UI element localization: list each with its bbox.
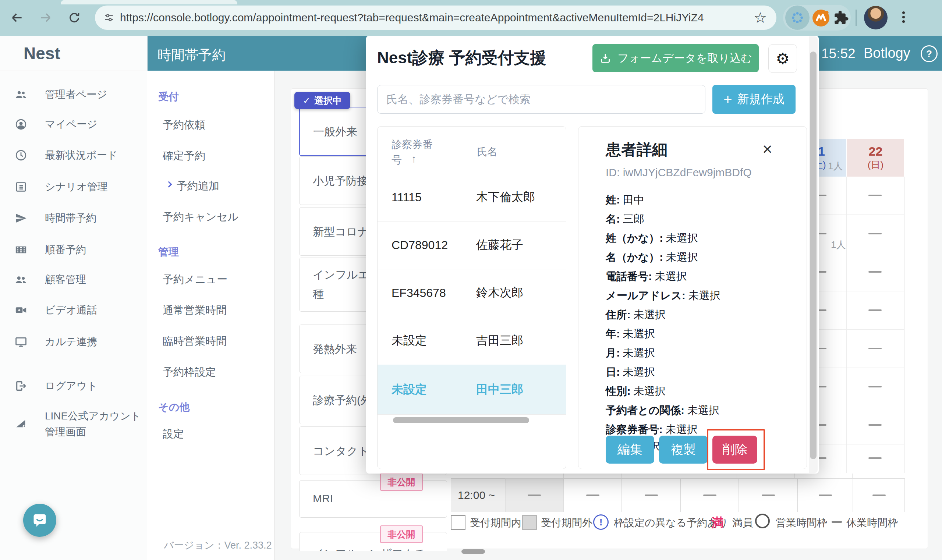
send-icon [15, 212, 27, 225]
sidebar-item-line-admin[interactable]: LINE公式アカウント 管理画面 [0, 405, 147, 442]
legend-closed-label: 休業時間枠 [846, 516, 898, 530]
private-badge: 非公開 [380, 473, 423, 491]
details-title: 患者詳細 [606, 140, 668, 160]
sidebar-item-scenario[interactable]: シナリオ管理 [0, 175, 147, 199]
patient-row[interactable]: 11115木下倫太郎 [377, 173, 566, 222]
legend-in-period-swatch [451, 515, 465, 530]
submenu-item-temporary-hours[interactable]: 臨時営業時間 [163, 334, 227, 349]
chat-bubble-icon [32, 512, 48, 528]
legend-business-label: 営業時間枠 [776, 516, 827, 530]
sidebar-item-my-page[interactable]: マイページ [0, 112, 147, 136]
back-arrow-icon [10, 11, 24, 25]
submenu-item-add-booking[interactable]: 予約追加 [177, 179, 219, 194]
patient-list: 診察券番 号 ↑ 氏名 11115木下倫太郎 CD789012佐藤花子 EF34… [377, 126, 566, 469]
create-new-button[interactable]: + 新規作成 [713, 85, 796, 114]
partial-row [563, 474, 904, 478]
submenu-item-cancel-booking[interactable]: 予約キャンセル [163, 210, 239, 225]
sidebar-item-queue-booking[interactable]: 順番予約 [0, 238, 147, 262]
time-slot[interactable] [739, 478, 797, 512]
menu-card-mri[interactable]: MRI [299, 480, 447, 518]
browser-back-button[interactable] [8, 9, 26, 26]
legend-closed-dash-icon [832, 521, 842, 523]
url-text[interactable]: https://console.botlogy.com/appointment-… [120, 11, 744, 24]
submenu-item-settings[interactable]: 設定 [163, 427, 184, 442]
browser-menu-icon[interactable] [902, 9, 905, 26]
time-slot-out-of-period[interactable] [505, 478, 563, 512]
legend-business-circle-icon [755, 514, 770, 528]
people-icon [15, 88, 27, 101]
orange-extension-icon[interactable] [812, 9, 830, 27]
time-slot[interactable] [853, 478, 905, 512]
close-icon[interactable]: × [762, 139, 773, 159]
warning-info-icon: ! [593, 514, 609, 530]
monitor-icon [15, 335, 27, 348]
drag-handle[interactable] [462, 549, 485, 554]
column-header-card-number-2[interactable]: 号 [391, 153, 402, 167]
header-time: 15:52 [821, 46, 856, 62]
filmstrip-icon [15, 243, 27, 256]
time-row-label: 12:00 ~ [451, 478, 505, 512]
modal-scrollbar[interactable] [810, 52, 817, 459]
time-slot[interactable] [797, 478, 853, 512]
chevron-right-icon [165, 180, 174, 189]
divider [0, 71, 147, 71]
submenu-item-confirmed-booking[interactable]: 確定予約 [163, 149, 205, 163]
browser-reload-button[interactable] [66, 9, 83, 26]
settings-gear-button[interactable]: ⚙ [768, 44, 797, 73]
help-icon[interactable]: ? [920, 45, 937, 62]
sidebar-item-customers[interactable]: 顧客管理 [0, 268, 147, 291]
legend-full-symbol: 満 [711, 514, 724, 531]
patient-row-selected[interactable]: 未設定田中三郎 [377, 365, 566, 415]
patient-row[interactable]: EF345678鈴木次郎 [377, 269, 566, 317]
gear-icon: ⚙ [776, 50, 790, 68]
customers-icon [15, 273, 27, 286]
edit-button[interactable]: 編集 [606, 435, 654, 464]
patient-id: ID: iwMJYjCBZdFew9jmBDfQ [606, 166, 752, 179]
sidebar-item-karte-link[interactable]: カルテ連携 [0, 330, 147, 354]
column-header-name[interactable]: 氏名 [477, 145, 497, 159]
time-slot[interactable] [680, 478, 739, 512]
site-settings-icon[interactable] [103, 12, 115, 23]
profile-avatar[interactable] [864, 6, 888, 29]
patient-search-input[interactable] [377, 85, 705, 114]
sidebar-item-logout[interactable]: ログアウト [0, 374, 147, 398]
bookmark-star-icon[interactable]: ☆ [754, 9, 767, 26]
time-slot[interactable] [563, 478, 622, 512]
browser-tab[interactable] [61, 0, 237, 5]
import-form-data-button[interactable]: フォームデータを取り込む [593, 44, 759, 72]
clock-icon [15, 149, 27, 162]
submenu-item-slot-settings[interactable]: 予約枠設定 [163, 365, 216, 380]
extensions-puzzle-icon[interactable] [832, 9, 849, 26]
patient-row[interactable]: CD789012佐藤花子 [377, 221, 566, 269]
browser-forward-button[interactable] [37, 9, 54, 26]
reload-icon [68, 11, 81, 24]
duplicate-button[interactable]: 複製 [659, 435, 708, 464]
browser-chrome: https://console.botlogy.com/appointment-… [0, 0, 942, 36]
line-admin-icon [15, 417, 27, 429]
delete-button[interactable]: 削除 [713, 435, 757, 464]
forward-arrow-icon [38, 11, 52, 25]
active-extension-highlight[interactable] [785, 6, 810, 30]
sidebar-item-video-call[interactable]: ビデオ通話 [0, 298, 147, 322]
sidebar-item-admin-page[interactable]: 管理者ページ [0, 83, 147, 106]
patient-row[interactable]: 未設定吉田三郎 [377, 317, 566, 365]
patient-details-panel: 患者詳細 × ID: iwMJYjCBZdFew9jmBDfQ 姓: 田中 名:… [578, 126, 807, 469]
column-header-card-number[interactable]: 診察券番 [391, 138, 433, 152]
sort-ascending-icon[interactable]: ↑ [411, 153, 417, 165]
private-badge: 非公開 [380, 525, 423, 543]
slot-count: 1人 [831, 238, 846, 251]
brand-name: Botlogy [864, 45, 910, 61]
sidebar: Nest 管理者ページ マイページ 最新状況ボード シナリオ管理 時間帯予約 順… [0, 0, 148, 560]
horizontal-scrollbar[interactable] [393, 417, 529, 423]
submenu-item-regular-hours[interactable]: 通常営業時間 [163, 303, 227, 318]
time-slot[interactable] [622, 478, 680, 512]
legend-full-label: 満員 [732, 516, 753, 530]
submenu-item-booking-request[interactable]: 予約依頼 [163, 118, 205, 132]
url-bar[interactable]: https://console.botlogy.com/appointment-… [95, 6, 776, 30]
sidebar-item-time-slot-booking[interactable]: 時間帯予約 [0, 206, 147, 230]
sidebar-item-status-board[interactable]: 最新状況ボード [0, 143, 147, 167]
chat-launcher-button[interactable] [23, 504, 56, 537]
plus-icon: + [723, 91, 732, 108]
submenu-item-booking-menu[interactable]: 予約メニュー [163, 272, 228, 287]
selected-badge: ✓ 選択中 [294, 92, 350, 109]
